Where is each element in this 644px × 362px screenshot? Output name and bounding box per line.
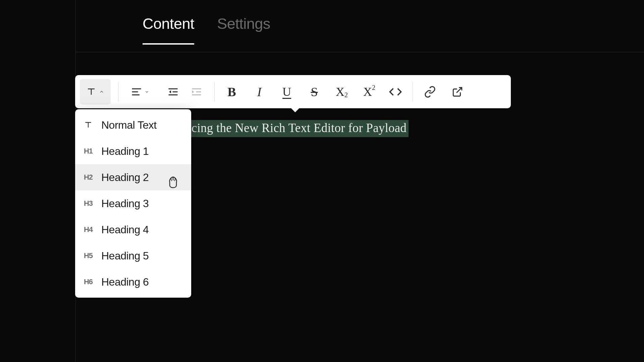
- formatting-toolbar: B I U S X2 X2: [75, 75, 511, 108]
- tabs-container: Content Settings: [143, 15, 270, 45]
- superscript-icon: X2: [363, 85, 375, 99]
- strikethrough-icon: S: [311, 84, 318, 99]
- h4-icon: H4: [83, 225, 94, 234]
- dropdown-item-label: Heading 2: [101, 171, 149, 184]
- dropdown-item-label: Heading 4: [101, 224, 149, 236]
- tab-content[interactable]: Content: [143, 15, 194, 45]
- h6-icon: H6: [83, 278, 94, 286]
- outdent-icon: [167, 86, 179, 98]
- underline-button[interactable]: U: [277, 79, 297, 105]
- dropdown-item-label: Normal Text: [101, 119, 157, 131]
- outdent-button[interactable]: [163, 79, 183, 105]
- chevron-down-icon: [145, 89, 149, 94]
- link-icon: [424, 86, 436, 98]
- h1-icon: H1: [83, 147, 94, 156]
- svg-line-9: [457, 87, 462, 93]
- tab-settings[interactable]: Settings: [217, 15, 270, 45]
- text-type-dropdown: Normal Text H1 Heading 1 H2 Heading 2 H3…: [75, 109, 191, 298]
- external-link-icon: [452, 86, 463, 98]
- dropdown-item-label: Heading 1: [101, 145, 149, 158]
- external-link-button[interactable]: [448, 79, 467, 105]
- dropdown-item-label: Heading 3: [101, 197, 149, 210]
- toolbar-divider: [413, 82, 413, 102]
- dropdown-item-label: Heading 6: [101, 276, 149, 288]
- text-type-icon: [83, 121, 94, 129]
- code-button[interactable]: [386, 79, 405, 105]
- h3-icon: H3: [83, 199, 94, 208]
- underline-icon: U: [282, 85, 291, 99]
- dropdown-item-heading-6[interactable]: H6 Heading 6: [75, 269, 191, 295]
- bold-icon: B: [227, 84, 236, 99]
- subscript-icon: X2: [336, 85, 348, 99]
- tab-divider: [75, 52, 644, 52]
- superscript-button[interactable]: X2: [360, 79, 379, 105]
- toolbar-divider: [118, 82, 118, 102]
- chevron-up-icon: [99, 89, 104, 95]
- italic-button[interactable]: I: [250, 79, 269, 105]
- dropdown-item-heading-5[interactable]: H5 Heading 5: [75, 243, 191, 269]
- dropdown-item-normal-text[interactable]: Normal Text: [75, 112, 191, 138]
- link-button[interactable]: [420, 79, 440, 105]
- indent-button[interactable]: [186, 79, 207, 105]
- dropdown-item-heading-3[interactable]: H3 Heading 3: [75, 190, 191, 217]
- strikethrough-button[interactable]: S: [305, 79, 324, 105]
- text-type-dropdown-button[interactable]: [80, 79, 111, 105]
- align-left-icon: [130, 86, 143, 98]
- dropdown-item-heading-4[interactable]: H4 Heading 4: [75, 217, 191, 243]
- italic-icon: I: [257, 84, 262, 99]
- dropdown-item-heading-2[interactable]: H2 Heading 2: [75, 164, 191, 190]
- dropdown-item-label: Heading 5: [101, 250, 149, 262]
- subscript-button[interactable]: X2: [332, 79, 352, 105]
- editor-selected-text[interactable]: cing the New Rich Text Editor for Payloa…: [191, 120, 409, 137]
- text-type-icon: [86, 87, 96, 97]
- dropdown-item-heading-1[interactable]: H1 Heading 1: [75, 138, 191, 164]
- h2-icon: H2: [83, 173, 94, 182]
- code-icon: [389, 85, 402, 99]
- toolbar-divider: [214, 82, 215, 102]
- text-align-button[interactable]: [126, 79, 154, 105]
- indent-icon: [191, 86, 203, 98]
- h5-icon: H5: [83, 251, 94, 260]
- bold-button[interactable]: B: [222, 79, 241, 105]
